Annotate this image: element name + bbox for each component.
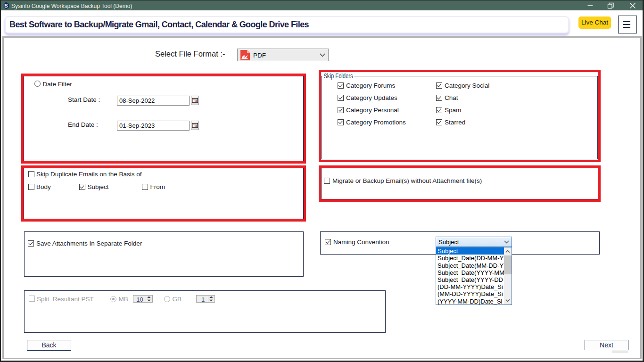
svg-text:S: S: [4, 3, 8, 8]
